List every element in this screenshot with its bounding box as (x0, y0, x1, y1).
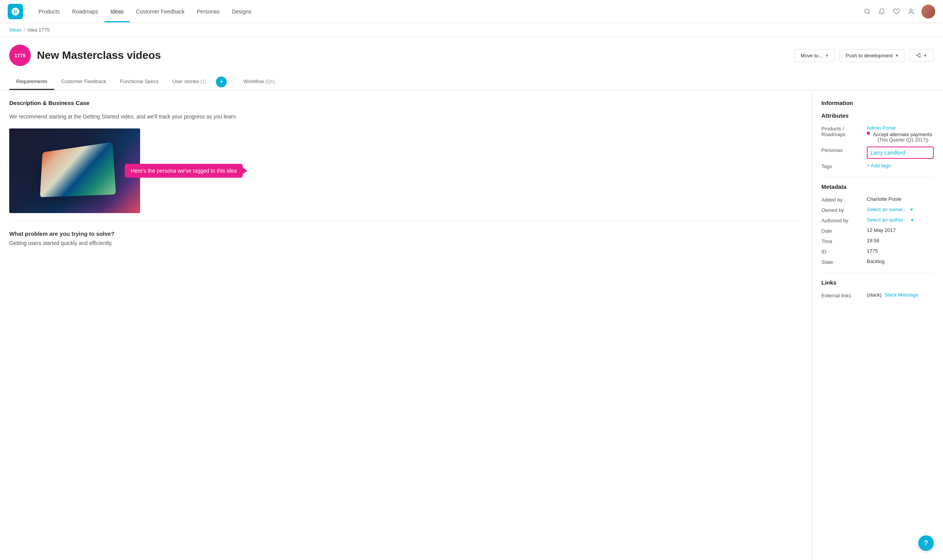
state-value: Backlog (867, 258, 934, 264)
attributes-grid: Products / Roadmaps Admin Portal Accept … (821, 125, 934, 169)
svg-point-4 (916, 55, 918, 56)
share-button[interactable]: ▼ (909, 49, 934, 62)
description-text: We recommend starting at the Getting Sta… (9, 112, 803, 121)
help-button[interactable]: ? (918, 535, 934, 551)
id-label: ID (821, 248, 864, 255)
breadcrumb-parent[interactable]: Ideas (9, 27, 22, 33)
attributes-title: Attributes (821, 112, 934, 119)
nav-roadmaps[interactable]: Roadmaps (66, 1, 104, 22)
user-icon[interactable] (907, 7, 915, 16)
links-grid: External links (slack) Slack Message (821, 292, 934, 298)
larry-landlord-link[interactable]: Larry Landlord (871, 150, 905, 156)
svg-line-1 (868, 13, 869, 14)
svg-line-7 (918, 54, 919, 55)
products-value: Admin Portal Accept alternate payments (… (867, 125, 934, 143)
ext-links-label: External links (821, 292, 864, 298)
add-tab-button[interactable]: + (216, 77, 227, 87)
share-caret: ▼ (923, 53, 927, 58)
authored-by-caret[interactable]: ▼ (910, 218, 914, 222)
owned-by-caret[interactable]: ▼ (910, 207, 914, 212)
svg-point-5 (919, 56, 921, 58)
svg-point-0 (864, 9, 869, 13)
tab-user-stories[interactable]: User stories (1) (166, 74, 213, 90)
nav-actions (863, 5, 935, 18)
tab-functional-specs[interactable]: Functional Specs (113, 74, 166, 90)
tab-workflow[interactable]: Workflow (QA) (236, 74, 282, 90)
slack-message-link[interactable]: Slack Message (884, 292, 918, 298)
push-to-dev-button[interactable]: Push to development ▼ (839, 49, 905, 62)
roadmap-item-text: Accept alternate payments (873, 132, 932, 137)
right-panel: Information Attributes Products / Roadma… (812, 90, 943, 560)
tabs-bar: Requirements Customer Feedback Functiona… (9, 74, 934, 90)
time-label: Time (821, 238, 864, 244)
svg-line-6 (918, 56, 919, 57)
idea-title: New Masterclass videos (37, 49, 161, 62)
added-by-label: Added by (821, 196, 864, 203)
content-overlay: Here's the persona we've tagged to this … (9, 128, 803, 213)
favorites-icon[interactable] (892, 7, 901, 16)
date-value: 12 May 2017 (867, 227, 934, 233)
tab-customer-feedback[interactable]: Customer Feedback (54, 74, 113, 90)
state-label: State (821, 258, 864, 265)
roadmap-sub-text: (This Quarter (Q1 2017)) (873, 137, 932, 143)
avatar[interactable] (921, 5, 935, 18)
nav-ideas[interactable]: Ideas (104, 1, 130, 22)
tags-label: Tags (821, 163, 864, 169)
links-section: Links External links (slack) Slack Messa… (821, 279, 934, 298)
tab-requirements[interactable]: Requirements (9, 74, 54, 90)
id-value: 1775 (867, 248, 934, 254)
navbar: Products Roadmaps Ideas Customer Feedbac… (0, 0, 943, 23)
left-panel: Description & Business Case We recommend… (0, 90, 812, 560)
nav-personas[interactable]: Personas (191, 1, 226, 22)
personas-label: Personas (821, 147, 864, 153)
breadcrumb-separator: / (24, 27, 25, 33)
metadata-grid: Added by Charlotte Poole Owned by Select… (821, 196, 934, 265)
tab-divider (233, 77, 233, 87)
svg-point-3 (919, 53, 921, 55)
info-title: Information (821, 100, 934, 106)
owned-by-label: Owned by (821, 207, 864, 213)
floating-tooltip: Here's the persona we've tagged to this … (125, 164, 243, 178)
nav-links: Products Roadmaps Ideas Customer Feedbac… (32, 1, 863, 22)
personas-highlight-box: Larry Landlord (867, 147, 934, 159)
roadmap-dot (867, 132, 870, 135)
metadata-section: Metadata Added by Charlotte Poole Owned … (821, 183, 934, 265)
nav-designs[interactable]: Designs (226, 1, 257, 22)
svg-point-2 (910, 9, 912, 11)
products-label: Products / Roadmaps (821, 125, 864, 137)
search-icon[interactable] (863, 7, 871, 16)
authored-by-label: Authored by (821, 217, 864, 223)
notifications-icon[interactable] (878, 7, 886, 16)
idea-image (9, 128, 140, 213)
time-value: 19:58 (867, 238, 934, 243)
move-to-caret: ▼ (825, 53, 829, 58)
owned-by-select[interactable]: Select an owner... (867, 207, 906, 212)
links-title: Links (821, 279, 934, 286)
pink-tooltip-text: Here's the persona we've tagged to this … (125, 164, 243, 178)
add-tags-button[interactable]: + Add tags (867, 163, 891, 168)
attributes-section: Attributes Products / Roadmaps Admin Por… (821, 112, 934, 169)
ext-links-value: (slack) Slack Message (867, 292, 934, 298)
what-problem-section: What problem are you trying to solve? Ge… (9, 230, 803, 246)
metadata-title: Metadata (821, 183, 934, 190)
logo[interactable] (8, 4, 23, 19)
added-by-value: Charlotte Poole (867, 196, 934, 202)
laptop-visual (9, 128, 140, 213)
breadcrumb-current: Idea 1775 (27, 27, 50, 33)
breadcrumb: Ideas / Idea 1775 (0, 23, 943, 37)
page-header: 1775 New Masterclass videos Move to... ▼… (0, 37, 943, 90)
idea-badge: 1775 (9, 45, 31, 66)
date-label: Date (821, 227, 864, 234)
slack-prefix: (slack) (867, 292, 881, 298)
authored-by-select[interactable]: Select an author... (867, 217, 907, 223)
header-actions: Move to... ▼ Push to development ▼ ▼ (794, 49, 934, 62)
desc-section-title: Description & Business Case (9, 100, 803, 106)
nav-customer-feedback[interactable]: Customer Feedback (130, 1, 191, 22)
laptop-shape (40, 142, 116, 198)
nav-products[interactable]: Products (32, 1, 66, 22)
move-to-button[interactable]: Move to... ▼ (794, 49, 835, 62)
what-problem-title: What problem are you trying to solve? (9, 230, 803, 237)
push-caret: ▼ (895, 53, 899, 58)
admin-portal-link[interactable]: Admin Portal (867, 125, 895, 131)
main-content: Description & Business Case We recommend… (0, 90, 943, 560)
